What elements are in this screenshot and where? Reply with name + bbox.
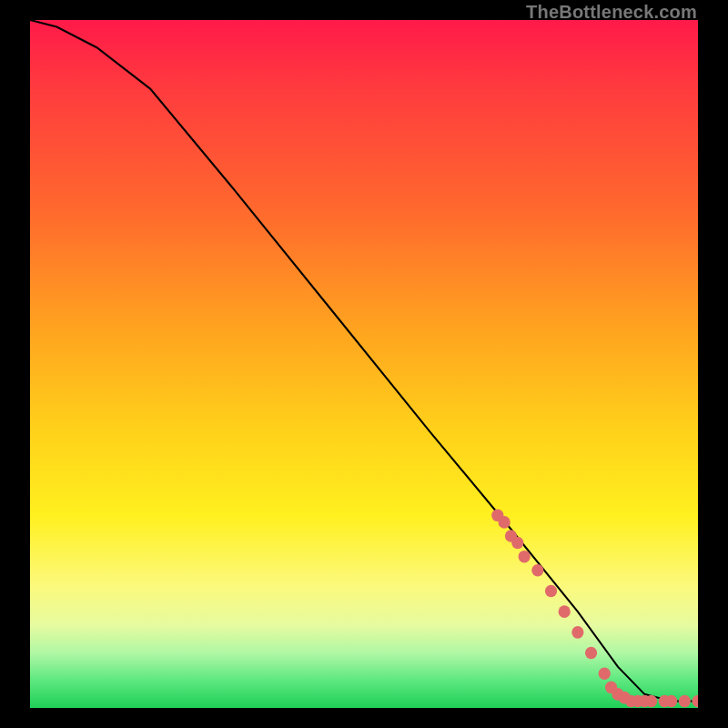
marker-dot (679, 695, 691, 708)
chart-overlay (30, 20, 698, 708)
bottleneck-curve (30, 20, 698, 701)
marker-dot (519, 551, 531, 563)
marker-dot (645, 695, 657, 708)
marker-dot (531, 564, 543, 577)
marker-group (491, 510, 698, 708)
marker-dot (585, 647, 597, 660)
marker-dot (665, 695, 677, 708)
marker-dot (692, 695, 698, 708)
marker-dot (559, 605, 571, 618)
chart-stage: TheBottleneck.com (0, 0, 728, 728)
marker-dot (571, 626, 583, 639)
marker-dot (599, 667, 611, 680)
marker-dot (511, 537, 523, 550)
marker-dot (545, 585, 557, 598)
marker-dot (499, 516, 511, 529)
